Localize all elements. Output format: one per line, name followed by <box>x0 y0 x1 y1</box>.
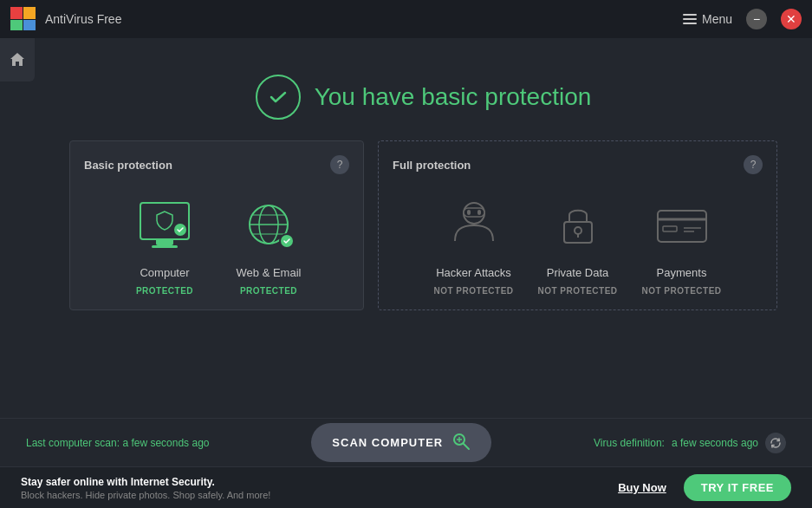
promo-subtext: Block hackers. Hide private photos. Shop… <box>21 490 270 500</box>
computer-item: Computer PROTECTED <box>121 190 208 296</box>
hacker-icon <box>448 194 500 255</box>
titlebar-right: Menu − ✕ <box>683 9 802 29</box>
promo-actions: Buy Now TRY IT FREE <box>618 474 791 501</box>
hacker-status: NOT PROTECTED <box>433 286 513 296</box>
home-button[interactable] <box>0 38 35 81</box>
try-it-free-button[interactable]: TRY IT FREE <box>684 474 791 501</box>
svg-line-22 <box>464 444 469 449</box>
promo-headline: Stay safer online with Internet Security… <box>21 476 215 488</box>
web-check-badge <box>279 233 295 249</box>
basic-help-button[interactable]: ? <box>330 155 349 174</box>
full-section-header: Full protection ? <box>393 155 763 174</box>
svg-rect-13 <box>564 222 592 243</box>
refresh-icon <box>770 437 782 449</box>
card-svg-icon <box>654 204 710 245</box>
svg-rect-2 <box>10 20 23 30</box>
padlock-icon <box>552 194 604 255</box>
shield-icon <box>155 211 174 231</box>
basic-section-title: Basic protection <box>84 159 172 172</box>
monitor-base <box>152 245 178 248</box>
hacker-attacks-item: Hacker Attacks NOT PROTECTED <box>431 190 517 296</box>
svg-rect-1 <box>23 7 36 19</box>
basic-items-row: Computer PROTECTED <box>84 190 349 296</box>
web-email-status: PROTECTED <box>240 286 297 296</box>
titlebar-left: AntiVirus Free <box>10 7 121 31</box>
hacker-icon-container <box>435 190 513 259</box>
svg-rect-0 <box>10 7 23 19</box>
buy-now-button[interactable]: Buy Now <box>618 481 666 494</box>
payments-label: Payments <box>657 266 707 279</box>
private-data-icon-container <box>539 190 617 259</box>
full-protection-section: Full protection ? <box>378 140 777 310</box>
monitor-stand <box>156 240 173 245</box>
svg-rect-12 <box>477 210 481 215</box>
main-content: You have basic protection Basic protecti… <box>35 38 812 310</box>
last-scan-value: a few seconds ago <box>122 437 209 449</box>
svg-rect-11 <box>467 210 471 215</box>
full-section-title: Full protection <box>393 159 471 172</box>
bottom-bar: Last computer scan: a few seconds ago SC… <box>0 418 812 466</box>
minimize-button[interactable]: − <box>746 9 767 29</box>
status-title: You have basic protection <box>315 83 592 111</box>
virus-def-info: Virus definition: a few seconds ago <box>594 433 786 453</box>
hacker-svg-icon <box>451 198 497 251</box>
hamburger-icon <box>683 14 697 24</box>
globe-icon <box>243 199 295 251</box>
computer-status: PROTECTED <box>136 286 193 296</box>
private-data-label: Private Data <box>547 266 609 279</box>
card-icon <box>652 199 712 251</box>
padlock-svg-icon <box>557 199 599 250</box>
titlebar: AntiVirus Free Menu − ✕ <box>0 0 812 38</box>
virus-def-value: a few seconds ago <box>672 437 758 449</box>
check-circle-icon <box>256 75 301 120</box>
private-data-item: Private Data NOT PROTECTED <box>535 190 621 296</box>
computer-icon-container <box>126 190 204 259</box>
promo-bar: Stay safer online with Internet Security… <box>0 466 812 508</box>
full-help-button[interactable]: ? <box>744 155 763 174</box>
avg-logo-icon <box>10 7 38 31</box>
full-items-row: Hacker Attacks NOT PROTECTED <box>393 190 763 296</box>
payments-status: NOT PROTECTED <box>641 286 721 296</box>
web-email-item: Web & Email PROTECTED <box>225 190 312 296</box>
close-button[interactable]: ✕ <box>781 9 802 29</box>
svg-rect-18 <box>663 226 677 231</box>
computer-label: Computer <box>140 266 189 279</box>
svg-point-14 <box>575 227 581 234</box>
scan-icon <box>451 432 471 453</box>
refresh-button[interactable] <box>765 433 786 453</box>
computer-icon <box>140 202 190 248</box>
web-email-icon-container <box>230 190 308 259</box>
payments-item: Payments NOT PROTECTED <box>639 190 725 296</box>
last-scan-info: Last computer scan: a few seconds ago <box>26 437 209 449</box>
app-title: AntiVirus Free <box>45 12 121 26</box>
header-section: You have basic protection <box>69 55 777 140</box>
checkmark-icon <box>267 86 289 108</box>
hacker-label: Hacker Attacks <box>436 266 511 279</box>
basic-section-header: Basic protection ? <box>84 155 349 174</box>
svg-rect-10 <box>464 208 484 217</box>
last-scan-label: Last computer scan: <box>26 437 120 449</box>
scan-button-label: SCAN COMPUTER <box>332 436 443 449</box>
menu-button[interactable]: Menu <box>683 12 732 26</box>
payments-icon-container <box>643 190 721 259</box>
svg-rect-3 <box>23 20 36 30</box>
computer-check-badge <box>172 222 188 238</box>
scan-computer-button[interactable]: SCAN COMPUTER <box>311 423 491 462</box>
private-data-status: NOT PROTECTED <box>537 286 617 296</box>
protection-row: Basic protection ? <box>69 140 777 310</box>
promo-text: Stay safer online with Internet Security… <box>21 476 270 500</box>
web-email-label: Web & Email <box>237 266 302 279</box>
basic-protection-section: Basic protection ? <box>69 140 364 310</box>
virus-def-label: Virus definition: <box>594 437 665 449</box>
home-icon <box>9 51 26 68</box>
